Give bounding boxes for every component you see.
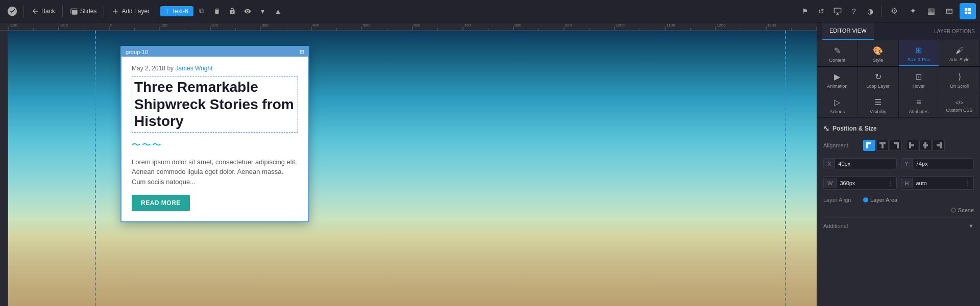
add-layer-label: Add Layer — [121, 8, 150, 15]
help-button[interactable]: ? — [847, 4, 861, 18]
divider-2 — [62, 5, 63, 17]
canvas-area[interactable]: -200-10001002003004005006007008009001000… — [0, 22, 817, 306]
back-label: Back — [41, 8, 55, 15]
svg-text:400: 400 — [312, 23, 320, 28]
group-label: group-10 — [126, 49, 148, 55]
additional-text: Additional — [823, 223, 848, 229]
tab-adv-style[interactable]: 🖌 Adv. Style — [939, 40, 980, 66]
layer-type-icon: T — [165, 7, 170, 15]
layer-align-options: Layer Area — [863, 197, 897, 203]
scene-option[interactable]: Scene — [951, 207, 974, 213]
alignment-buttons-2 — [906, 140, 945, 151]
back-button[interactable]: Back — [27, 5, 59, 17]
toolbar-left: Back Slides Add Layer T text-6 ⧉ ▾ ▲ — [4, 4, 796, 18]
panel-content-area: ⤡ Position & Size Alignment — [817, 118, 980, 306]
xy-grid: X Y — [823, 158, 974, 169]
grid-icon-button[interactable]: ✦ — [904, 3, 921, 19]
panel-icon-button[interactable] — [941, 3, 958, 19]
svg-text:-100: -100 — [60, 23, 68, 28]
visibility-option[interactable]: ☰ Visibility — [858, 92, 899, 118]
add-layer-button[interactable]: Add Layer — [107, 5, 154, 17]
scene-dot — [951, 208, 956, 213]
svg-text:1100: 1100 — [666, 23, 675, 28]
custom-css-icon: </> — [955, 99, 964, 106]
svg-rect-60 — [923, 144, 928, 146]
post-meta: May 2, 2018 by James Wright — [132, 65, 298, 72]
svg-text:-200: -200 — [9, 23, 17, 28]
align-center-btn[interactable] — [919, 140, 932, 151]
on-scroll-label: On Scroll — [950, 84, 969, 89]
panel-header: EDITOR VIEW LAYER OPTIONS — [817, 22, 980, 40]
canvas-background[interactable]: group-10 ⊞ May 2, 2018 by James Wright T… — [8, 31, 817, 306]
hover-label: Hover — [913, 84, 925, 89]
w-more-icon[interactable]: ⋮ — [885, 177, 896, 189]
align-right-btn[interactable] — [933, 140, 945, 151]
h-more-icon[interactable]: ⋮ — [962, 177, 973, 189]
slides-button[interactable]: Slides — [66, 5, 101, 17]
toolbar-right-icons: ⚑ ↺ ? ◑ ⚙ ✦ ▦ — [798, 3, 976, 19]
blue-panel-button[interactable] — [960, 3, 976, 19]
editor-view-tab[interactable]: EDITOR VIEW — [822, 22, 874, 40]
loop-layer-label: Loop Layer — [867, 84, 890, 89]
flag-icon-button[interactable]: ⚑ — [798, 4, 812, 18]
x-input[interactable] — [835, 159, 896, 169]
tab-size-pos[interactable]: ⊞ Size & Pos — [899, 40, 940, 66]
delete-layer-button[interactable] — [210, 4, 224, 18]
move-up-button[interactable]: ▲ — [271, 4, 285, 18]
layer-align-label: Layer Align — [823, 197, 859, 203]
hover-icon: ⊡ — [915, 72, 922, 82]
main-tabs-row: ✎ Content 🎨 Style ⊞ Size & Pos 🖌 Adv. St… — [817, 40, 980, 67]
svg-text:900: 900 — [565, 23, 572, 28]
svg-text:300: 300 — [262, 23, 269, 28]
ruler-corner — [0, 22, 8, 31]
duplicate-layer-button[interactable]: ⧉ — [194, 4, 209, 18]
tab-style[interactable]: 🎨 Style — [858, 40, 899, 66]
align-top-right-btn[interactable] — [890, 140, 902, 151]
undo-button[interactable]: ↺ — [814, 4, 828, 18]
align-top-center-btn[interactable] — [876, 140, 889, 151]
svg-rect-56 — [894, 142, 899, 144]
actions-label: Actions — [830, 109, 845, 114]
w-input[interactable] — [837, 178, 885, 188]
layer-area-option[interactable]: Layer Area — [863, 197, 897, 203]
animation-icon: ▶ — [834, 72, 840, 82]
post-title[interactable]: Three Remarkable Shipwreck Stories from … — [132, 76, 298, 133]
ruler-ticks-svg: -200-10001002003004005006007008009001000… — [8, 22, 817, 31]
settings-icon-button[interactable]: ⚙ — [886, 3, 902, 19]
dropdown-button[interactable]: ▾ — [256, 4, 270, 18]
align-left-btn[interactable] — [906, 140, 918, 151]
content-label: Content — [829, 58, 846, 63]
desktop-view-button[interactable] — [830, 4, 845, 18]
y-input[interactable] — [913, 159, 973, 169]
wp-logo-button[interactable] — [4, 4, 20, 18]
loop-layer-option[interactable]: ↻ Loop Layer — [858, 67, 899, 92]
expand-arrows-icon[interactable]: ⤡ — [823, 124, 829, 133]
lock-layer-button[interactable] — [225, 4, 239, 18]
group-close-icon[interactable]: ⊞ — [300, 48, 304, 55]
post-date-author: May 2, 2018 by — [132, 65, 174, 72]
theme-button[interactable]: ◑ — [863, 4, 877, 18]
w-field: W ⋮ — [823, 176, 897, 190]
attributes-option[interactable]: ≡ Attributes — [899, 92, 940, 118]
tab-content[interactable]: ✎ Content — [817, 40, 858, 66]
read-more-button[interactable]: READ MORE — [132, 195, 190, 211]
adv-style-label: Adv. Style — [949, 57, 970, 62]
horizontal-ruler: -200-10001002003004005006007008009001000… — [8, 22, 817, 31]
animation-option[interactable]: ▶ Animation — [817, 67, 858, 92]
hover-option[interactable]: ⊡ Hover — [899, 67, 940, 92]
h-input[interactable] — [913, 178, 962, 188]
custom-css-option[interactable]: </> Custom CSS — [939, 92, 980, 118]
on-scroll-option[interactable]: ⟩ On Scroll — [939, 67, 980, 92]
actions-option[interactable]: ▷ Actions — [817, 92, 858, 118]
svg-text:1300: 1300 — [767, 23, 776, 28]
layout-icon-button[interactable]: ▦ — [923, 3, 939, 19]
svg-text:500: 500 — [363, 23, 370, 28]
additional-expand-icon[interactable]: ▼ — [968, 223, 974, 229]
post-author-link[interactable]: James Wright — [175, 65, 212, 72]
on-scroll-icon: ⟩ — [958, 72, 961, 82]
post-excerpt: Lorem ipsum dolor sit amet, consectetuer… — [132, 157, 298, 187]
visibility-button[interactable] — [240, 4, 255, 18]
animation-label: Animation — [827, 84, 847, 89]
align-top-left-btn[interactable] — [863, 140, 875, 151]
h-letter: H — [901, 178, 913, 188]
